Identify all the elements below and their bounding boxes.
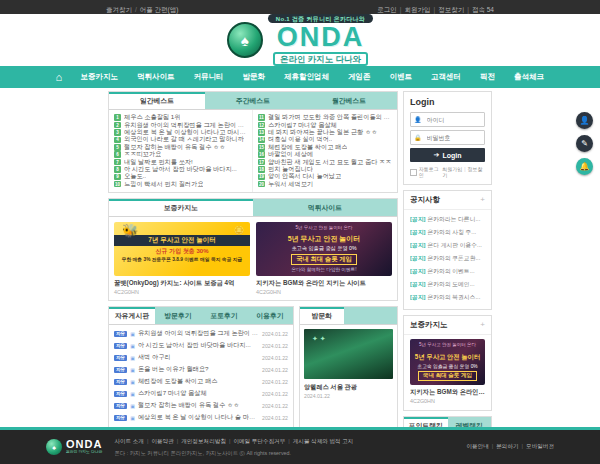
board-item[interactable]: 자유▣체련장에 도장볼 싸이고 패스2024.01.22 (109, 376, 293, 388)
notice-item[interactable]: [공지]온카와라는 다른니... (410, 213, 485, 226)
notice-item[interactable]: [공지]온카와의 복권시스... (410, 291, 485, 304)
rank-number-badge: 19 (258, 174, 265, 181)
side-casino-banner[interactable]: 5년 무사고 안전 놀이터 온다 5년 무사고 안전 놀이터 초고속 입출금 중… (410, 339, 485, 385)
notice-item[interactable]: [공지]온카와의 쿠폰교환... (410, 252, 485, 265)
login-links: 회원가입|정보찾기 (442, 166, 485, 178)
footer-logo[interactable]: ♠ ONDA 온라인 카지노 다나와 (46, 439, 102, 455)
notice-more-button[interactable]: + (480, 196, 485, 204)
casino-card-0[interactable]: 🐝🪙7년 무사고 안전 놀이터신규 가입 첫충 30%무한 매충 3% 전용쿠폰… (114, 222, 250, 295)
header: ♠ No.1 검증 커뮤니티 온카다나와 ONDA 온라인 카지노 다나와 (0, 14, 600, 66)
best-item[interactable]: 20누워서 세먹보기 (258, 181, 392, 188)
footer-right-links: 이용안내|문의하기|모바일버전 (466, 443, 554, 451)
tab-casino-1[interactable]: 먹튀사이트 (253, 199, 397, 216)
footer-right-link[interactable]: 모바일버전 (526, 443, 554, 449)
document-icon: ▣ (130, 379, 135, 385)
side-casino-caption[interactable]: 지키자는 BGM와 온라인 지키는 사이트 (410, 388, 485, 397)
board-item-title: 아 시간도 남아서 잠깐 바닷마을 바다지... (138, 341, 259, 350)
tab-board-1[interactable]: 방문후기 (155, 307, 201, 324)
board-item-title: 스카이림7 마녀양 몸살체 (138, 389, 259, 398)
side-casino-title: 보증카지노 (410, 320, 448, 330)
tab-best-0[interactable]: 일간베스트 (109, 92, 205, 109)
footer-link[interactable]: 이용약관 (151, 438, 173, 444)
notice-prefix: [공지] (410, 229, 425, 235)
best-item[interactable]: 10느낌이 빡세서 펀치 질러가요 (114, 181, 247, 188)
nav-item-0[interactable]: 보증카지노 (71, 72, 128, 82)
topbar-link[interactable]: 회원가입 (405, 6, 431, 13)
notice-head: 공지사항 + (404, 191, 491, 210)
fab-alert-button[interactable]: 🔔 (576, 158, 593, 175)
notice-prefix: [공지] (410, 268, 425, 274)
board-item-title: 체련장에 도장볼 싸이고 패스 (138, 377, 259, 386)
topbar-link[interactable]: 접속 54 (472, 6, 494, 13)
nav-item-9[interactable]: 출석체크 (505, 72, 554, 82)
auto-login-checkbox[interactable]: 자동로그인 (410, 166, 442, 178)
topbar-link[interactable]: 정보찾기 (438, 6, 464, 13)
notice-prefix: [공지] (410, 281, 425, 287)
pencil-icon: ✎ (581, 139, 588, 148)
nav-item-4[interactable]: 제휴할인업체 (275, 72, 339, 82)
fab-write-button[interactable]: ✎ (576, 135, 593, 152)
tab-night[interactable]: 밤문화 (300, 307, 344, 324)
board-item-date: 2024.01.22 (262, 367, 288, 373)
tab-best-1[interactable]: 주간베스트 (205, 92, 301, 109)
nav-item-8[interactable]: 픽전 (471, 72, 505, 82)
board-item[interactable]: 자유▣예상외로 복 온 날 이상형이 나타나 술 마시려고 한다면?2024.0… (109, 412, 293, 424)
notice-item[interactable]: [공지]온다 게시판 이용수... (410, 239, 485, 252)
board-item[interactable]: 자유▣아 시간도 남아서 잠깐 바닷마을 바다지...2024.01.22 (109, 340, 293, 352)
login-button[interactable]: ➔ Login (410, 148, 485, 162)
night-caption[interactable]: 앙헬레스 서울 관광 (304, 383, 393, 392)
rank-number-badge: 16 (258, 151, 265, 158)
board-item-date: 2024.01.22 (262, 379, 288, 385)
notice-item[interactable]: [공지]온카와의 도메인... (410, 278, 485, 291)
footer-link[interactable]: 개인정보처리방침 (181, 438, 226, 444)
board-item[interactable]: 자유▣스카이림7 마녀양 몸살체2024.01.22 (109, 388, 293, 400)
notice-item[interactable]: [공지]온카와의 사칭 주... (410, 226, 485, 239)
sidebar: Login 👤 🔒 ➔ Login 자동로그인 회원가입|정보찾기 공지사항 + (403, 91, 492, 464)
nav-item-7[interactable]: 고객센터 (422, 72, 471, 82)
login-pw-input[interactable] (425, 134, 482, 142)
board-item[interactable]: 자유▣돈을 버는 이유가 뭘래요?2024.01.22 (109, 364, 293, 376)
nav-item-3[interactable]: 밤문화 (233, 72, 275, 82)
night-tabs: 밤문화 (300, 307, 397, 325)
casino-card-caption[interactable]: 꿀벳(OnkyDog) 카지노: 사이트 보증금 4억 (114, 279, 250, 288)
nav-item-5[interactable]: 게임존 (339, 72, 381, 82)
tab-board-0[interactable]: 자유게시판 (109, 307, 155, 324)
fab-profile-button[interactable]: 👤 (576, 112, 593, 129)
tab-board-3[interactable]: 이용후기 (247, 307, 293, 324)
footer-right-link[interactable]: 문의하기 (496, 443, 518, 449)
footer-right-link[interactable]: 이용안내 (466, 443, 488, 449)
rank-number-badge: 5 (114, 144, 121, 151)
casino-tabs: 보증카지노먹튀사이트 (109, 199, 397, 217)
board-category-badge: 자유 (114, 403, 127, 409)
rank-number-badge: 4 (114, 137, 121, 144)
footer-link[interactable]: 이메일 무단수집거부 (233, 438, 285, 444)
board-item[interactable]: 자유▣쩔보자 잡히는 배짱이 유독 걸수 ㅎㅎ2024.01.22 (109, 400, 293, 412)
topbar-link[interactable]: 로그인 (377, 6, 397, 13)
notice-title: 공지사항 (410, 195, 440, 205)
footer-link[interactable]: 게시물 삭제와 법적 고지 (293, 438, 354, 444)
tab-casino-0[interactable]: 보증카지노 (109, 199, 253, 216)
board-item[interactable]: 자유▣유치원생 아이의 먹튀장면을 그게 논란이 된 웹툰2024.01.22 (109, 328, 293, 340)
nav-item-1[interactable]: 먹튀사이트 (128, 72, 185, 82)
tab-board-2[interactable]: 포토후기 (201, 307, 247, 324)
rank-number-badge: 13 (258, 129, 265, 136)
logo-block[interactable]: No.1 검증 커뮤니티 온카다나와 ONDA 온라인 카지노 다나와 (268, 14, 373, 66)
notice-item[interactable]: [공지]온카와의 이벤트... (410, 265, 485, 278)
topbar-link[interactable]: 어플 간편(앱) (140, 6, 179, 13)
casino-card-caption[interactable]: 지키자는 BGM와 온라인 지키는 사이트 (256, 279, 392, 288)
topbar-link[interactable]: 즐겨찾기 (106, 6, 132, 13)
side-casino-more-button[interactable]: + (480, 321, 485, 329)
board-item[interactable]: 자유▣새벽 야구리2024.01.22 (109, 352, 293, 364)
board-item-title: 쩔보자 잡히는 배짱이 유독 걸수 ㅎㅎ (138, 401, 259, 410)
tab-best-2[interactable]: 월간베스트 (301, 92, 397, 109)
home-icon[interactable]: ⌂ (46, 71, 71, 83)
nav-item-6[interactable]: 이벤트 (380, 72, 422, 82)
nav-item-2[interactable]: 커뮤니티 (184, 72, 233, 82)
login-id-input[interactable] (425, 116, 482, 124)
casino-card-1[interactable]: 5년 무사고 안전 놀이터 온다5년 무사고 안전 놀이터초고속 입출금 중심 … (256, 222, 392, 295)
topbar-left: 즐겨찾기/어플 간편(앱) (106, 0, 178, 16)
night-thumbnail[interactable] (304, 329, 393, 379)
board-list: 자유▣유치원생 아이의 먹튀장면을 그게 논란이 된 웹툰2024.01.22자… (109, 325, 293, 427)
footer-link[interactable]: 사이트 소개 (114, 438, 144, 444)
night-date: 2024.01.22 (304, 393, 393, 399)
